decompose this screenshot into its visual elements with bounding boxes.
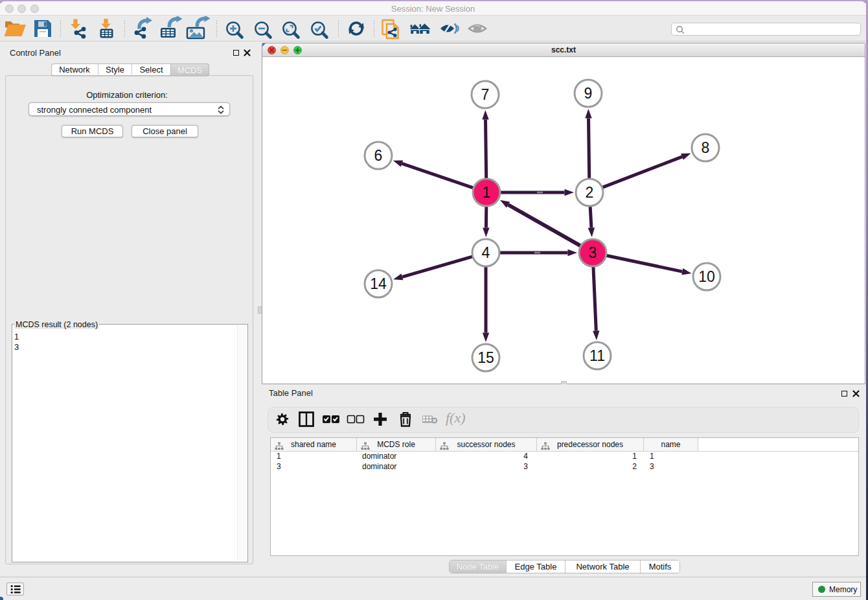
svg-text:7: 7 (481, 86, 490, 103)
svg-text:2: 2 (586, 184, 594, 201)
svg-text:8: 8 (702, 139, 710, 156)
svg-text:15: 15 (477, 349, 494, 366)
svg-text:9: 9 (584, 85, 593, 102)
svg-text:11: 11 (589, 347, 605, 364)
svg-text:3: 3 (589, 244, 597, 261)
svg-text:6: 6 (374, 147, 383, 164)
svg-text:10: 10 (698, 268, 715, 285)
svg-text:4: 4 (482, 244, 490, 261)
svg-text:1: 1 (483, 184, 491, 201)
svg-text:14: 14 (370, 275, 387, 292)
